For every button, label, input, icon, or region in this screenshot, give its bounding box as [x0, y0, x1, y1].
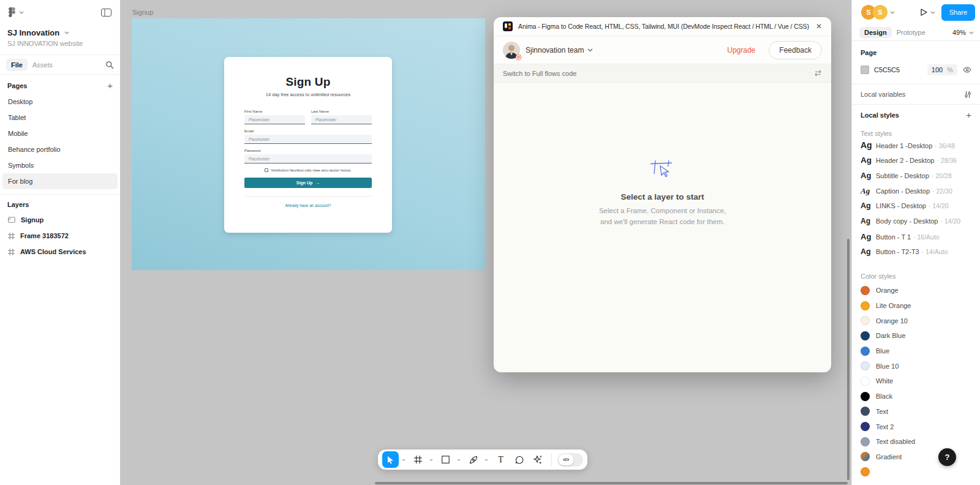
local-styles-label: Local styles	[861, 111, 966, 119]
switch-flows-row[interactable]: Switch to Full flows code	[494, 64, 831, 83]
move-tool-chevron[interactable]	[401, 451, 407, 468]
tab-assets[interactable]: Assets	[28, 59, 58, 71]
frame-tool-chevron[interactable]	[428, 451, 434, 468]
text-style-item[interactable]: Ag Button - T2-T3 14/Auto	[852, 247, 980, 263]
tab-file[interactable]: File	[6, 59, 28, 71]
help-button[interactable]: ?	[938, 448, 956, 466]
tab-design[interactable]: Design	[859, 27, 892, 38]
text-style-item[interactable]: Ag Header 1 -Desktop 36/48	[852, 140, 980, 156]
frame-label[interactable]: Signup	[132, 9, 153, 16]
rectangle-tool-button[interactable]	[437, 451, 454, 468]
color-style-item[interactable]: Orange	[852, 283, 980, 298]
page-item[interactable]: Symbols	[2, 157, 118, 173]
chevron-down-icon[interactable]	[587, 48, 593, 52]
signup-submit-button[interactable]: Sign Up →	[244, 178, 372, 188]
layer-item[interactable]: Signup	[0, 212, 120, 228]
pen-tool-button[interactable]	[465, 451, 481, 468]
text-style-item[interactable]: Ag Subtitle - Desktop 20/28	[852, 171, 980, 186]
eye-icon[interactable]	[963, 67, 971, 73]
arrow-right-icon: →	[315, 181, 320, 185]
figma-menu-icon[interactable]	[9, 7, 24, 17]
horizontal-scrollbar[interactable]	[375, 482, 848, 484]
layer-item[interactable]: AWS Cloud Services	[0, 244, 120, 260]
text-tool-button[interactable]: T	[492, 451, 509, 468]
page-item[interactable]: Mobile	[2, 126, 118, 141]
dev-mode-toggle[interactable]: </>	[557, 453, 583, 467]
local-styles-row[interactable]: Local styles +	[852, 105, 980, 125]
close-icon[interactable]: ✕	[816, 22, 822, 31]
pen-tool-chevron[interactable]	[483, 451, 489, 468]
page-item[interactable]: For blog	[2, 173, 118, 189]
toggle-sidebar-icon[interactable]	[101, 9, 111, 17]
password-input[interactable]: Placeholder	[244, 154, 372, 164]
swap-icon[interactable]	[814, 70, 822, 77]
email-field[interactable]: Email Placeholder	[244, 129, 372, 144]
chevron-down-icon[interactable]	[969, 31, 974, 34]
terms-checkbox-row[interactable]: Vestibulum faucibus odio vitae arcu auct…	[244, 168, 372, 172]
modal-title: Anima - Figma to Code React, HTML, CSS, …	[518, 23, 810, 30]
color-style-name: Text	[876, 408, 888, 415]
first-name-field[interactable]: First Name Placeholder	[244, 110, 305, 124]
workspace-switcher[interactable]: SJ Innovation	[0, 24, 120, 37]
add-page-icon[interactable]: +	[107, 81, 113, 90]
signin-link[interactable]: Already have an account?	[285, 203, 331, 208]
right-sidebar: S S Share Design Prototype 49% Page C5C5…	[851, 0, 980, 485]
color-style-item[interactable]: Gradient	[852, 449, 980, 465]
vertical-scrollbar[interactable]	[847, 239, 850, 480]
color-style-item[interactable]: Text	[852, 404, 980, 419]
text-style-item[interactable]: Ag Body copy - Desktop 14/20	[852, 217, 980, 232]
feedback-button[interactable]: Feedback	[769, 41, 822, 59]
chevron-down-icon[interactable]	[930, 11, 935, 14]
color-style-item[interactable]: Orange 10	[852, 313, 980, 328]
present-icon[interactable]	[920, 8, 928, 17]
text-style-item[interactable]: Ag Caption - Desktop 22/30	[852, 186, 980, 201]
variables-icon[interactable]	[964, 91, 971, 99]
avatar[interactable]: S	[873, 5, 888, 20]
layer-item[interactable]: Frame 3183572	[0, 228, 120, 244]
local-variables-row[interactable]: Local variables	[852, 85, 980, 105]
color-style-item[interactable]: Black	[852, 389, 980, 404]
share-button[interactable]: Share	[941, 4, 975, 21]
search-icon[interactable]	[105, 61, 114, 69]
actions-tool-button[interactable]	[529, 451, 546, 468]
tab-prototype[interactable]: Prototype	[892, 27, 930, 38]
page-item[interactable]: Behance portfolio	[2, 141, 118, 157]
text-style-item[interactable]: Ag LINKS - Desktop 14/20	[852, 201, 980, 217]
first-name-input[interactable]: Placeholder	[244, 115, 305, 124]
color-style-item[interactable]: Blue 10	[852, 358, 980, 374]
avatar[interactable]	[503, 42, 520, 59]
modal-titlebar[interactable]: Anima - Figma to Code React, HTML, CSS, …	[494, 17, 831, 36]
color-style-name: Text 2	[876, 423, 894, 430]
last-name-field[interactable]: Last Name Placeholder	[311, 110, 372, 124]
color-style-item[interactable]: Lite Orange	[852, 298, 980, 314]
password-field[interactable]: Password Placeholder	[244, 149, 372, 164]
frame-tool-button[interactable]	[410, 451, 426, 468]
color-style-item[interactable]: Text 2	[852, 419, 980, 434]
color-style-item[interactable]: Text disabled	[852, 434, 980, 449]
upgrade-link[interactable]: Upgrade	[727, 46, 755, 55]
page-opacity-field[interactable]: 100 %	[927, 64, 957, 75]
page-item[interactable]: Desktop	[2, 94, 118, 110]
color-style-item[interactable]: Dark Blue	[852, 328, 980, 344]
page-item[interactable]: Tablet	[2, 110, 118, 126]
color-style-item[interactable]: White	[852, 374, 980, 389]
page-color-hex[interactable]: C5C5C5	[874, 66, 900, 73]
chevron-down-icon[interactable]	[890, 11, 895, 14]
last-name-input[interactable]: Placeholder	[311, 115, 372, 124]
text-style-item[interactable]: Ag Header 2 - Desktop 28/36	[852, 156, 980, 171]
rectangle-tool-chevron[interactable]	[456, 451, 462, 468]
team-name[interactable]: Sjinnovation team	[526, 46, 584, 55]
move-tool-button[interactable]	[382, 451, 399, 468]
page-color-swatch[interactable]	[861, 66, 869, 74]
color-style-item[interactable]: Blue	[852, 344, 980, 359]
add-style-icon[interactable]: +	[966, 110, 971, 119]
color-style-item[interactable]	[852, 464, 980, 479]
zoom-level[interactable]: 49%	[952, 29, 966, 36]
email-input[interactable]: Placeholder	[244, 135, 372, 144]
signup-card[interactable]: Sign Up 14 day free access to unlimited …	[224, 57, 392, 233]
signup-frame[interactable]: Sign Up 14 day free access to unlimited …	[132, 18, 485, 270]
checkbox[interactable]	[265, 168, 268, 172]
comment-tool-button[interactable]	[511, 451, 527, 468]
field-label: Email	[244, 129, 372, 133]
text-style-item[interactable]: Ag Button - T 1 16/Auto	[852, 232, 980, 247]
